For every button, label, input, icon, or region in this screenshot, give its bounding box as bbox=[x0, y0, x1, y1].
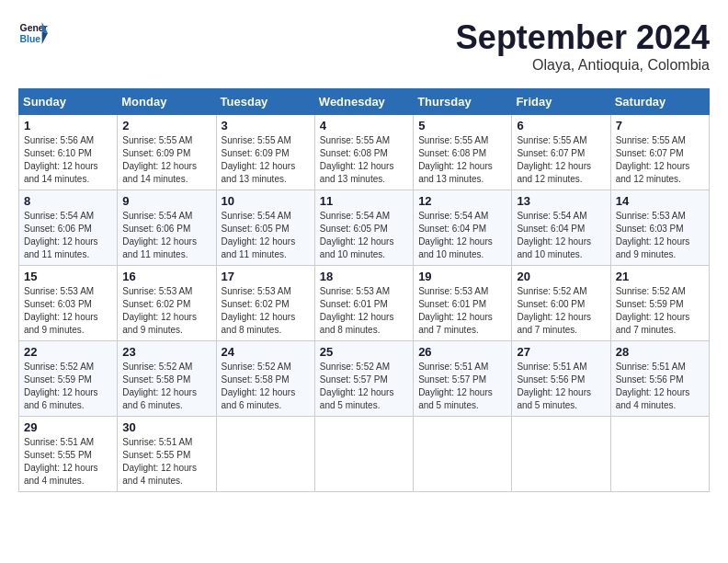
day-info: Sunrise: 5:56 AMSunset: 6:10 PMDaylight:… bbox=[24, 134, 112, 186]
calendar-cell: 28Sunrise: 5:51 AMSunset: 5:56 PMDayligh… bbox=[610, 341, 709, 417]
calendar-week-row: 22Sunrise: 5:52 AMSunset: 5:59 PMDayligh… bbox=[19, 341, 710, 417]
calendar-cell: 2Sunrise: 5:55 AMSunset: 6:09 PMDaylight… bbox=[118, 115, 216, 190]
day-number: 13 bbox=[517, 194, 605, 208]
calendar-cell: 4Sunrise: 5:55 AMSunset: 6:08 PMDaylight… bbox=[314, 115, 413, 190]
svg-text:Blue: Blue bbox=[20, 34, 41, 44]
day-of-week-header: Tuesday bbox=[216, 89, 314, 115]
calendar-cell: 17Sunrise: 5:53 AMSunset: 6:02 PMDayligh… bbox=[216, 266, 314, 341]
day-number: 10 bbox=[222, 194, 310, 208]
calendar-cell: 21Sunrise: 5:52 AMSunset: 5:59 PMDayligh… bbox=[610, 266, 709, 341]
day-info: Sunrise: 5:54 AMSunset: 6:05 PMDaylight:… bbox=[320, 210, 408, 261]
logo: General Blue bbox=[18, 18, 48, 48]
day-info: Sunrise: 5:53 AMSunset: 6:02 PMDaylight:… bbox=[122, 285, 210, 337]
day-of-week-header: Friday bbox=[512, 89, 610, 115]
calendar-table: SundayMondayTuesdayWednesdayThursdayFrid… bbox=[18, 88, 710, 492]
day-info: Sunrise: 5:52 AMSunset: 6:00 PMDaylight:… bbox=[517, 285, 605, 337]
calendar-header-row: SundayMondayTuesdayWednesdayThursdayFrid… bbox=[19, 89, 710, 115]
calendar-cell bbox=[512, 417, 610, 492]
day-info: Sunrise: 5:54 AMSunset: 6:06 PMDaylight:… bbox=[24, 210, 112, 261]
day-number: 22 bbox=[24, 345, 112, 359]
day-number: 11 bbox=[320, 194, 408, 208]
calendar-cell: 7Sunrise: 5:55 AMSunset: 6:07 PMDaylight… bbox=[610, 115, 709, 190]
page-header: General Blue September 2024 Olaya, Antio… bbox=[18, 18, 710, 74]
day-number: 23 bbox=[122, 345, 210, 359]
calendar-cell: 6Sunrise: 5:55 AMSunset: 6:07 PMDaylight… bbox=[512, 115, 610, 190]
day-of-week-header: Sunday bbox=[19, 89, 118, 115]
day-info: Sunrise: 5:55 AMSunset: 6:09 PMDaylight:… bbox=[122, 134, 210, 186]
day-number: 4 bbox=[320, 119, 408, 132]
day-info: Sunrise: 5:51 AMSunset: 5:55 PMDaylight:… bbox=[24, 436, 112, 488]
calendar-week-row: 29Sunrise: 5:51 AMSunset: 5:55 PMDayligh… bbox=[19, 417, 710, 492]
day-number: 1 bbox=[24, 119, 112, 132]
day-info: Sunrise: 5:51 AMSunset: 5:56 PMDaylight:… bbox=[616, 361, 704, 412]
day-info: Sunrise: 5:55 AMSunset: 6:07 PMDaylight:… bbox=[517, 134, 605, 186]
day-of-week-header: Wednesday bbox=[314, 89, 413, 115]
day-info: Sunrise: 5:55 AMSunset: 6:09 PMDaylight:… bbox=[222, 134, 310, 186]
calendar-cell bbox=[610, 417, 709, 492]
calendar-cell: 9Sunrise: 5:54 AMSunset: 6:06 PMDaylight… bbox=[118, 190, 216, 266]
day-info: Sunrise: 5:53 AMSunset: 6:02 PMDaylight:… bbox=[222, 285, 310, 337]
day-info: Sunrise: 5:53 AMSunset: 6:01 PMDaylight:… bbox=[418, 285, 506, 337]
calendar-cell bbox=[314, 417, 413, 492]
day-info: Sunrise: 5:52 AMSunset: 5:57 PMDaylight:… bbox=[320, 361, 408, 412]
day-info: Sunrise: 5:51 AMSunset: 5:57 PMDaylight:… bbox=[418, 361, 506, 412]
day-info: Sunrise: 5:52 AMSunset: 5:59 PMDaylight:… bbox=[616, 285, 704, 337]
calendar-cell: 13Sunrise: 5:54 AMSunset: 6:04 PMDayligh… bbox=[512, 190, 610, 266]
day-info: Sunrise: 5:52 AMSunset: 5:58 PMDaylight:… bbox=[222, 361, 310, 412]
day-number: 12 bbox=[418, 194, 506, 208]
day-info: Sunrise: 5:52 AMSunset: 5:59 PMDaylight:… bbox=[24, 361, 112, 412]
day-info: Sunrise: 5:53 AMSunset: 6:01 PMDaylight:… bbox=[320, 285, 408, 337]
day-info: Sunrise: 5:53 AMSunset: 6:03 PMDaylight:… bbox=[24, 285, 112, 337]
day-of-week-header: Thursday bbox=[414, 89, 512, 115]
day-number: 17 bbox=[222, 270, 310, 283]
day-of-week-header: Saturday bbox=[610, 89, 709, 115]
calendar-week-row: 8Sunrise: 5:54 AMSunset: 6:06 PMDaylight… bbox=[19, 190, 710, 266]
day-of-week-header: Monday bbox=[118, 89, 216, 115]
calendar-cell: 14Sunrise: 5:53 AMSunset: 6:03 PMDayligh… bbox=[610, 190, 709, 266]
title-area: September 2024 Olaya, Antioquia, Colombi… bbox=[456, 18, 710, 74]
calendar-week-row: 15Sunrise: 5:53 AMSunset: 6:03 PMDayligh… bbox=[19, 266, 710, 341]
day-number: 19 bbox=[418, 270, 506, 283]
day-number: 5 bbox=[418, 119, 506, 132]
day-info: Sunrise: 5:54 AMSunset: 6:04 PMDaylight:… bbox=[517, 210, 605, 261]
day-number: 14 bbox=[616, 194, 704, 208]
day-info: Sunrise: 5:51 AMSunset: 5:55 PMDaylight:… bbox=[122, 436, 210, 488]
calendar-cell: 23Sunrise: 5:52 AMSunset: 5:58 PMDayligh… bbox=[118, 341, 216, 417]
calendar-cell: 15Sunrise: 5:53 AMSunset: 6:03 PMDayligh… bbox=[19, 266, 118, 341]
day-number: 7 bbox=[616, 119, 704, 132]
day-number: 29 bbox=[24, 420, 112, 434]
calendar-cell: 10Sunrise: 5:54 AMSunset: 6:05 PMDayligh… bbox=[216, 190, 314, 266]
day-number: 30 bbox=[122, 420, 210, 434]
day-number: 3 bbox=[222, 119, 310, 132]
day-number: 15 bbox=[24, 270, 112, 283]
day-number: 26 bbox=[418, 345, 506, 359]
calendar-cell: 25Sunrise: 5:52 AMSunset: 5:57 PMDayligh… bbox=[314, 341, 413, 417]
day-info: Sunrise: 5:51 AMSunset: 5:56 PMDaylight:… bbox=[517, 361, 605, 412]
calendar-cell: 1Sunrise: 5:56 AMSunset: 6:10 PMDaylight… bbox=[19, 115, 118, 190]
month-title: September 2024 bbox=[456, 18, 710, 57]
day-number: 20 bbox=[517, 270, 605, 283]
day-number: 21 bbox=[616, 270, 704, 283]
day-number: 25 bbox=[320, 345, 408, 359]
calendar-cell: 5Sunrise: 5:55 AMSunset: 6:08 PMDaylight… bbox=[414, 115, 512, 190]
day-info: Sunrise: 5:55 AMSunset: 6:08 PMDaylight:… bbox=[320, 134, 408, 186]
day-number: 24 bbox=[222, 345, 310, 359]
calendar-cell: 29Sunrise: 5:51 AMSunset: 5:55 PMDayligh… bbox=[19, 417, 118, 492]
day-number: 16 bbox=[122, 270, 210, 283]
day-number: 2 bbox=[122, 119, 210, 132]
day-number: 6 bbox=[517, 119, 605, 132]
day-info: Sunrise: 5:54 AMSunset: 6:06 PMDaylight:… bbox=[122, 210, 210, 261]
day-info: Sunrise: 5:55 AMSunset: 6:08 PMDaylight:… bbox=[418, 134, 506, 186]
day-info: Sunrise: 5:55 AMSunset: 6:07 PMDaylight:… bbox=[616, 134, 704, 186]
svg-marker-3 bbox=[42, 31, 48, 44]
day-number: 28 bbox=[616, 345, 704, 359]
location-title: Olaya, Antioquia, Colombia bbox=[456, 57, 710, 74]
calendar-cell: 19Sunrise: 5:53 AMSunset: 6:01 PMDayligh… bbox=[414, 266, 512, 341]
calendar-cell: 8Sunrise: 5:54 AMSunset: 6:06 PMDaylight… bbox=[19, 190, 118, 266]
calendar-cell: 18Sunrise: 5:53 AMSunset: 6:01 PMDayligh… bbox=[314, 266, 413, 341]
calendar-cell: 3Sunrise: 5:55 AMSunset: 6:09 PMDaylight… bbox=[216, 115, 314, 190]
calendar-cell: 26Sunrise: 5:51 AMSunset: 5:57 PMDayligh… bbox=[414, 341, 512, 417]
day-info: Sunrise: 5:53 AMSunset: 6:03 PMDaylight:… bbox=[616, 210, 704, 261]
calendar-cell bbox=[414, 417, 512, 492]
calendar-cell: 30Sunrise: 5:51 AMSunset: 5:55 PMDayligh… bbox=[118, 417, 216, 492]
